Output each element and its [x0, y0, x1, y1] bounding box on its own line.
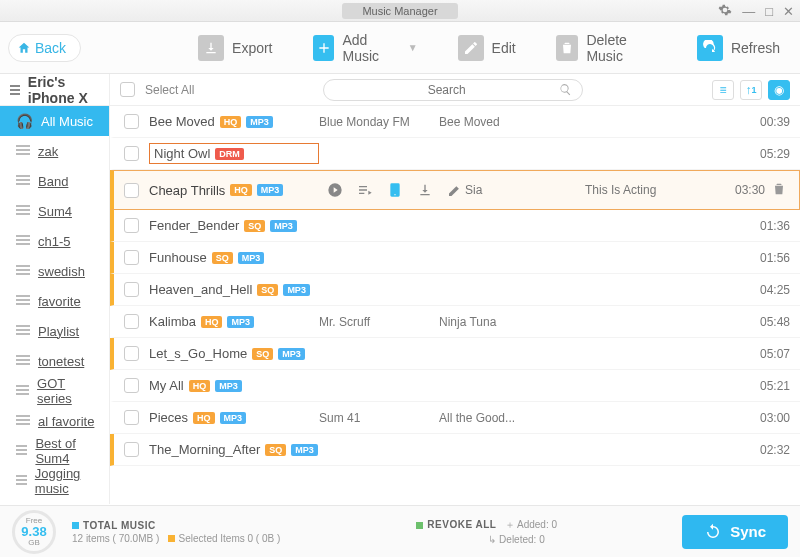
track-name: Fender_Bender SQMP3 [149, 218, 319, 233]
added-count: Added: 0 [517, 519, 557, 530]
refresh-icon [697, 35, 723, 61]
back-label: Back [35, 40, 66, 56]
track-album: Ninja Tuna [439, 315, 569, 329]
device-header[interactable]: Eric's iPhone X [0, 74, 109, 106]
row-checkbox[interactable] [124, 250, 139, 265]
row-checkbox[interactable] [124, 183, 139, 198]
window-title: Music Manager [342, 3, 457, 19]
edit-button[interactable]: Edit [458, 35, 516, 61]
sidebar-item-ch1-5[interactable]: ch1-5 [0, 226, 109, 256]
track-name: Cheap Thrills HQMP3 [149, 183, 319, 198]
sidebar-item-got-series[interactable]: GOT series [0, 376, 109, 406]
list-header: Select All ≡ ↑1 ◉ [110, 74, 800, 106]
playlist-icon [16, 355, 30, 367]
sidebar-item-band[interactable]: Band [0, 166, 109, 196]
search-input-wrap[interactable] [323, 79, 583, 101]
export-button[interactable]: Export [198, 35, 272, 61]
toolbar: Back Export Add Music ▼ Edit Delete Musi… [0, 22, 800, 74]
titlebar: Music Manager — □ ✕ [0, 0, 800, 22]
track-row[interactable]: Pieces HQMP3Sum 41All the Good...03:00 [110, 402, 800, 434]
track-artist: Sum 41 [319, 411, 439, 425]
track-row[interactable]: My All HQMP305:21 [110, 370, 800, 402]
row-checkbox[interactable] [124, 282, 139, 297]
row-checkbox[interactable] [124, 218, 139, 233]
chevron-down-icon: ▼ [408, 42, 418, 53]
row-checkbox[interactable] [124, 378, 139, 393]
back-button[interactable]: Back [8, 34, 81, 62]
playlist-icon [16, 295, 30, 307]
playlist-icon [16, 145, 30, 157]
disc-button[interactable]: ◉ [768, 80, 790, 100]
sidebar-item-label: Sum4 [38, 204, 72, 219]
track-album: This Is Acting [585, 183, 715, 197]
track-row[interactable]: Cheap Thrills HQMP3SiaThis Is Acting03:3… [110, 170, 800, 210]
view-list-button[interactable]: ≡ [712, 80, 734, 100]
sidebar-item-al-favorite[interactable]: al favorite [0, 406, 109, 436]
select-all-checkbox[interactable] [120, 82, 135, 97]
row-checkbox[interactable] [124, 114, 139, 129]
playlist-icon [16, 265, 30, 277]
sidebar-item-zak[interactable]: zak [0, 136, 109, 166]
track-artist: Mr. Scruff [319, 315, 439, 329]
refresh-button[interactable]: Refresh [697, 35, 780, 61]
edit-track-icon[interactable] [445, 180, 465, 200]
sidebar-item-jogging-music[interactable]: Jogging music [0, 466, 109, 496]
play-icon[interactable] [325, 180, 345, 200]
row-checkbox[interactable] [124, 442, 139, 457]
close-icon[interactable]: ✕ [783, 4, 794, 19]
search-input[interactable] [334, 83, 559, 97]
selected-detail: Selected Items 0 ( 0B ) [179, 533, 281, 544]
add-music-label: Add Music [342, 32, 397, 64]
playlist-icon [16, 445, 27, 457]
track-name: The_Morning_After SQMP3 [149, 442, 319, 457]
track-duration: 02:32 [740, 443, 790, 457]
headphones-icon: 🎧 [16, 113, 33, 129]
sidebar-item-best-of-sum4[interactable]: Best of Sum4 [0, 436, 109, 466]
track-row[interactable]: Let_s_Go_Home SQMP305:07 [110, 338, 800, 370]
delete-icon [556, 35, 579, 61]
track-name: Let_s_Go_Home SQMP3 [149, 346, 319, 361]
sidebar-item-label: GOT series [37, 376, 99, 406]
sidebar-item-playlist[interactable]: Playlist [0, 316, 109, 346]
track-row[interactable]: Heaven_and_Hell SQMP304:25 [110, 274, 800, 306]
track-name: Kalimba HQMP3 [149, 314, 319, 329]
import-icon[interactable] [415, 180, 435, 200]
minimize-icon[interactable]: — [742, 4, 755, 19]
settings-icon[interactable] [718, 3, 732, 20]
sort-button[interactable]: ↑1 [740, 80, 762, 100]
playlist-icon [16, 385, 29, 397]
track-row[interactable]: Funhouse SQMP301:56 [110, 242, 800, 274]
add-icon [313, 35, 335, 61]
track-row[interactable]: Fender_Bender SQMP301:36 [110, 210, 800, 242]
sidebar-item-favorite[interactable]: favorite [0, 286, 109, 316]
row-checkbox[interactable] [124, 410, 139, 425]
playlist-icon [16, 475, 27, 487]
row-checkbox[interactable] [124, 146, 139, 161]
track-row[interactable]: Bee Moved HQMP3Blue Monday FMBee Moved00… [110, 106, 800, 138]
maximize-icon[interactable]: □ [765, 4, 773, 19]
select-all-label: Select All [145, 83, 194, 97]
playlist-icon [16, 205, 30, 217]
playlist-icon [16, 325, 30, 337]
track-artist: Blue Monday FM [319, 115, 439, 129]
playlist-icon [16, 235, 30, 247]
sidebar-item-tonetest[interactable]: tonetest [0, 346, 109, 376]
track-row[interactable]: Night Owl DRM05:29 [110, 138, 800, 170]
track-album: All the Good... [439, 411, 569, 425]
sync-button[interactable]: Sync [682, 515, 788, 549]
sidebar-item-swedish[interactable]: swedish [0, 256, 109, 286]
revoke-block: REVOKE ALL ＋ Added: 0 ↳ Deleted: 0 [416, 518, 557, 545]
row-checkbox[interactable] [124, 346, 139, 361]
track-row[interactable]: Kalimba HQMP3Mr. ScruffNinja Tuna05:48 [110, 306, 800, 338]
trash-icon[interactable] [771, 181, 789, 200]
sidebar-item-all-music[interactable]: 🎧All Music [0, 106, 109, 136]
sidebar-item-label: Jogging music [35, 466, 99, 496]
delete-music-button[interactable]: Delete Music [556, 32, 657, 64]
device-icon[interactable] [385, 180, 405, 200]
add-music-button[interactable]: Add Music ▼ [313, 32, 418, 64]
track-row[interactable]: The_Morning_After SQMP302:32 [110, 434, 800, 466]
content: Select All ≡ ↑1 ◉ Bee Moved HQMP3Blue Mo… [110, 74, 800, 504]
row-checkbox[interactable] [124, 314, 139, 329]
sidebar-item-sum4[interactable]: Sum4 [0, 196, 109, 226]
queue-icon[interactable] [355, 180, 375, 200]
